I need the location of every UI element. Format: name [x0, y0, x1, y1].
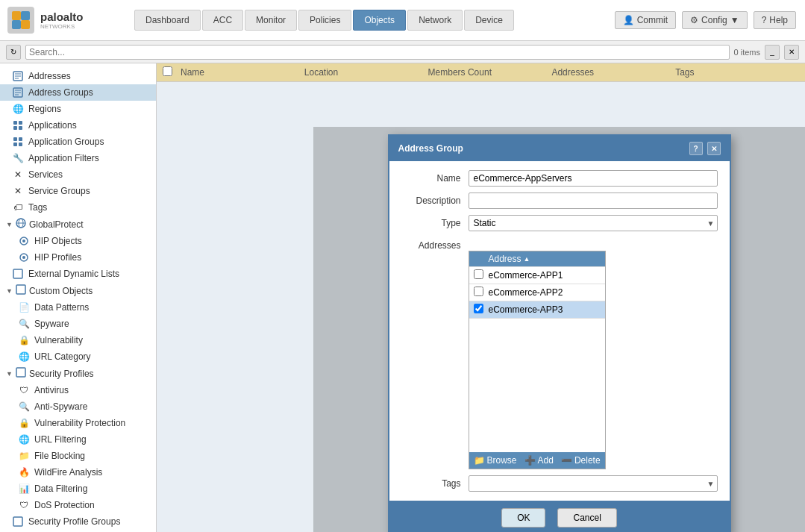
addr-checkbox-3[interactable] — [474, 304, 489, 316]
config-button[interactable]: ⚙ Config ▼ — [682, 11, 748, 29]
sidebar-label: Application Groups — [28, 137, 104, 147]
sidebar-label: URL Category — [34, 351, 91, 362]
logo-sub: NETWORKS — [40, 23, 84, 30]
address-row-1[interactable]: eCommerce-APP1 — [469, 266, 605, 284]
sidebar-item-vulnerability-protection[interactable]: 🔒 Vulnerability Protection — [0, 415, 156, 431]
expand-arrow-icon: ▼ — [6, 287, 13, 295]
address-row-2[interactable]: eCommerce-APP2 — [469, 284, 605, 301]
tab-network[interactable]: Network — [407, 10, 463, 31]
type-row: Type Static Dynamic ▼ — [401, 215, 718, 231]
svg-rect-27 — [13, 269, 22, 278]
sidebar-label: Addresses — [28, 71, 71, 81]
tab-objects[interactable]: Objects — [353, 10, 406, 31]
sidebar-item-regions[interactable]: 🌐 Regions — [0, 101, 156, 117]
browse-button[interactable]: 📁 Browse — [474, 455, 517, 466]
add-icon: ➕ — [524, 455, 536, 466]
commit-icon: 👤 — [623, 15, 634, 25]
tags-row: Tags ▼ — [401, 475, 718, 492]
modal-close-button[interactable]: ✕ — [707, 142, 721, 155]
sidebar-item-external-dynamic-lists[interactable]: External Dynamic Lists — [0, 266, 156, 282]
sidebar-item-address-groups[interactable]: Address Groups — [0, 84, 156, 101]
vulnerability-protection-icon: 🔒 — [18, 417, 30, 429]
sidebar-label: Address Groups — [28, 87, 93, 98]
sidebar-group-custom-objects[interactable]: ▼ Custom Objects — [0, 282, 156, 299]
delete-button[interactable]: ➖ Delete — [561, 455, 601, 466]
type-select[interactable]: Static Dynamic — [469, 215, 718, 231]
sidebar-item-services[interactable]: ✕ Services — [0, 166, 156, 183]
logo-text: paloalto — [40, 10, 84, 23]
addresses-container: Address ▲ eCommerce-APP1 — [401, 251, 606, 469]
tab-policies[interactable]: Policies — [298, 10, 351, 31]
minimize-button[interactable]: _ — [765, 45, 780, 60]
address-col-header[interactable]: Address ▲ — [489, 254, 530, 264]
sidebar-label: HIP Profiles — [34, 252, 81, 263]
sidebar-label: Spyware — [34, 319, 69, 329]
tab-monitor[interactable]: Monitor — [245, 10, 297, 31]
sidebar-item-addresses[interactable]: Addresses — [0, 68, 156, 84]
name-input[interactable] — [469, 170, 718, 187]
security-profiles-icon — [16, 367, 26, 380]
help-button[interactable]: ? Help — [754, 11, 796, 29]
commit-button[interactable]: 👤 Commit — [615, 11, 676, 29]
sidebar-item-vulnerability[interactable]: 🔒 Vulnerability — [0, 332, 156, 348]
sidebar-item-wildfire-analysis[interactable]: 🔥 WildFire Analysis — [0, 464, 156, 481]
sidebar-item-file-blocking[interactable]: 📁 File Blocking — [0, 448, 156, 464]
modal-help-button[interactable]: ? — [689, 142, 703, 155]
sidebar-label: Custom Objects — [29, 286, 93, 296]
ok-button[interactable]: OK — [501, 508, 545, 528]
service-groups-icon: ✕ — [12, 185, 24, 197]
tab-dashboard[interactable]: Dashboard — [134, 10, 201, 31]
sidebar-item-url-category[interactable]: 🌐 URL Category — [0, 348, 156, 365]
cancel-button[interactable]: Cancel — [557, 508, 616, 528]
addr-checkbox-2[interactable] — [474, 287, 489, 298]
sidebar-item-hip-objects[interactable]: HIP Objects — [0, 233, 156, 249]
sidebar-item-applications[interactable]: Applications — [0, 117, 156, 134]
addr-label-1: eCommerce-APP1 — [489, 270, 563, 281]
type-select-wrapper: Static Dynamic ▼ — [469, 215, 718, 231]
sidebar-group-globalprotect[interactable]: ▼ GlobalProtect — [0, 216, 156, 233]
tab-device[interactable]: Device — [464, 10, 514, 31]
browse-icon: 📁 — [474, 455, 485, 466]
sidebar-item-application-groups[interactable]: Application Groups — [0, 134, 156, 150]
col-name: Name — [181, 67, 304, 78]
sidebar-item-anti-spyware[interactable]: 🔍 Anti-Spyware — [0, 398, 156, 415]
content-area: Name Location Members Count Addresses Ta… — [157, 63, 805, 532]
addr-checkbox-1[interactable] — [474, 269, 489, 281]
add-button[interactable]: ➕ Add — [524, 455, 554, 466]
sidebar-label: URL Filtering — [34, 434, 87, 445]
sidebar-item-data-filtering[interactable]: 📊 Data Filtering — [0, 481, 156, 497]
address-row-3[interactable]: eCommerce-APP3 — [469, 301, 605, 318]
addresses-label: Addresses — [401, 237, 469, 251]
nav-tabs: Dashboard ACC Monitor Policies Objects N… — [119, 10, 615, 31]
security-profile-groups-icon — [12, 516, 24, 528]
sidebar-group-security-profiles[interactable]: ▼ Security Profiles — [0, 365, 156, 382]
tags-label: Tags — [401, 478, 469, 489]
sidebar-item-data-patterns[interactable]: 📄 Data Patterns — [0, 299, 156, 316]
refresh-button[interactable]: ↻ — [6, 45, 21, 60]
sidebar-item-application-filters[interactable]: 🔧 Application Filters — [0, 150, 156, 166]
type-label: Type — [401, 218, 469, 228]
tags-select-wrapper: ▼ — [469, 475, 718, 492]
sidebar-item-dos-protection[interactable]: 🛡 DoS Protection — [0, 497, 156, 513]
sidebar-label: Service Groups — [28, 186, 90, 196]
description-input[interactable] — [469, 193, 718, 209]
close-button[interactable]: ✕ — [784, 45, 799, 60]
sidebar-item-service-groups[interactable]: ✕ Service Groups — [0, 183, 156, 199]
search-input[interactable] — [25, 45, 730, 60]
sidebar-item-url-filtering[interactable]: 🌐 URL Filtering — [0, 431, 156, 448]
tags-select[interactable] — [469, 475, 718, 492]
sidebar-label: Security Profiles — [29, 369, 94, 379]
external-dynamic-lists-icon — [12, 268, 24, 280]
sidebar-item-security-profile-groups[interactable]: Security Profile Groups — [0, 513, 156, 530]
url-category-icon: 🌐 — [18, 351, 30, 363]
select-all-checkbox[interactable] — [163, 66, 172, 76]
tab-acc[interactable]: ACC — [202, 10, 243, 31]
sidebar-item-tags[interactable]: 🏷 Tags — [0, 199, 156, 216]
sidebar-label: Application Filters — [28, 153, 99, 163]
toolbar: ↻ 0 items _ ✕ — [0, 41, 805, 63]
sidebar-item-spyware[interactable]: 🔍 Spyware — [0, 316, 156, 332]
sidebar-item-hip-profiles[interactable]: HIP Profiles — [0, 249, 156, 266]
sidebar-label: Security Profile Groups — [28, 516, 120, 527]
svg-rect-28 — [16, 285, 25, 294]
sidebar-item-antivirus[interactable]: 🛡 Antivirus — [0, 382, 156, 398]
